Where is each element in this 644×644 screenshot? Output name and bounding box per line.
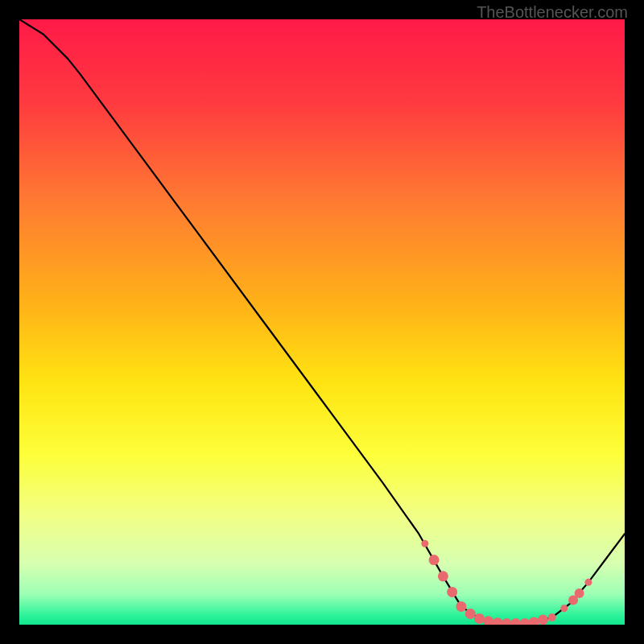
gradient-background [19,19,625,625]
data-marker [538,614,548,625]
data-marker [575,588,584,598]
data-marker [456,601,466,612]
data-marker [438,571,448,581]
data-marker [560,605,568,612]
data-marker [474,613,485,624]
data-marker [465,609,476,619]
data-marker [421,540,428,547]
data-marker [447,587,457,597]
data-marker [548,613,556,621]
chart-area [19,19,625,625]
bottleneck-chart [19,19,625,625]
data-marker [429,555,440,565]
watermark-text: TheBottlenecker.com [477,3,628,22]
data-marker [584,579,592,586]
